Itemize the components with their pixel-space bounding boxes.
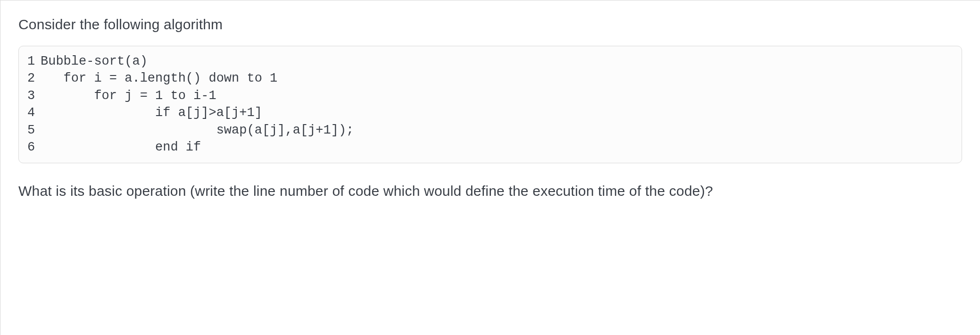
line-number: 4 [27, 104, 41, 121]
line-number: 2 [27, 70, 41, 87]
code-line: 5 swap(a[j],a[j+1]); [27, 122, 953, 139]
code-line: 1 Bubble-sort(a) [27, 53, 953, 70]
line-number: 3 [27, 87, 41, 104]
line-number: 6 [27, 139, 41, 156]
line-content: if a[j]>a[j+1] [41, 104, 262, 121]
question-text: What is its basic operation (write the l… [18, 179, 962, 203]
line-number: 1 [27, 53, 41, 70]
code-line: 4 if a[j]>a[j+1] [27, 104, 953, 121]
code-block: 1 Bubble-sort(a) 2 for i = a.length() do… [18, 46, 962, 163]
line-content: for j = 1 to i-1 [41, 87, 216, 104]
code-line: 6 end if [27, 139, 953, 156]
code-line: 3 for j = 1 to i-1 [27, 87, 953, 104]
line-content: Bubble-sort(a) [41, 53, 148, 70]
code-line: 2 for i = a.length() down to 1 [27, 70, 953, 87]
line-content: end if [41, 139, 201, 156]
line-content: for i = a.length() down to 1 [41, 70, 277, 87]
line-content: swap(a[j],a[j+1]); [41, 122, 354, 139]
question-card: Consider the following algorithm 1 Bubbl… [0, 0, 980, 335]
intro-text: Consider the following algorithm [18, 17, 962, 33]
line-number: 5 [27, 122, 41, 139]
